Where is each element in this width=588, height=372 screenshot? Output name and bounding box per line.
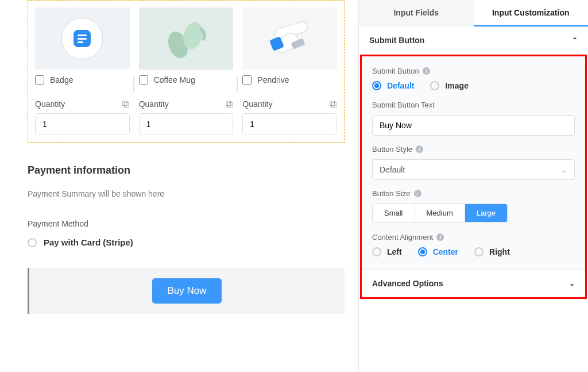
quantity-input[interactable] [242,113,337,135]
quantity-label: Quantity [242,99,272,109]
quantity-field: Quantity [35,99,130,135]
quantity-field: Quantity [242,99,337,135]
radio-icon [430,81,439,90]
info-icon[interactable]: i [416,145,423,153]
svg-rect-13 [226,101,231,106]
svg-rect-4 [78,41,83,43]
products-container: Badge Coffee Mug [28,0,345,143]
product-image-pendrive [242,7,337,70]
svg-rect-12 [124,102,129,107]
svg-rect-16 [331,102,336,107]
divider [133,76,134,93]
payment-info-title: Payment information [28,164,345,177]
info-icon[interactable]: i [414,190,421,197]
divider [237,76,238,93]
align-right[interactable]: Right [474,247,510,256]
radio-icon [372,81,381,90]
submit-button-settings: Submit Button i Default Image Submit But… [362,56,585,269]
align-center[interactable]: Center [418,247,458,256]
product-name: Pendrive [257,75,289,85]
setting-label-alignment: Content Alignment i [372,233,575,241]
tab-input-customization[interactable]: Input Customization [474,0,589,26]
product-checkbox[interactable] [242,75,252,85]
info-icon[interactable]: i [423,67,430,75]
submit-button-type-group: Default Image [372,81,575,90]
setting-label-button-style: Button Style i [372,145,575,154]
product-checkbox[interactable] [35,75,44,85]
product-card: Badge [35,7,130,85]
product-checkbox-row[interactable]: Coffee Mug [139,75,234,85]
settings-sidebar: Input Fields Input Customization Submit … [358,0,588,372]
payment-method-label: Payment Method [28,219,345,228]
product-image-badge [35,7,130,70]
tab-input-fields[interactable]: Input Fields [359,0,474,26]
setting-label-button-size: Button Size i [372,189,575,198]
product-card: Coffee Mug [139,7,234,85]
alignment-group: Left Center Right [372,247,575,256]
svg-rect-14 [228,102,233,107]
buy-now-button[interactable]: Buy Now [152,278,221,304]
svg-rect-11 [122,101,127,106]
submit-button-text-input[interactable] [372,115,575,136]
svg-rect-3 [78,38,87,40]
size-small[interactable]: Small [373,204,415,222]
svg-rect-15 [330,101,335,106]
chevron-down-icon: ⌄ [569,279,575,287]
accordion-title: Advanced Options [372,279,443,288]
svg-rect-2 [78,34,87,36]
option-default[interactable]: Default [372,81,414,90]
highlight-annotation: Submit Button i Default Image Submit But… [360,55,587,299]
payment-summary-placeholder: Payment Summary will be shown here [28,189,345,198]
quantity-label: Quantity [139,99,169,109]
button-style-select[interactable]: Default ⌄ [372,159,575,180]
chevron-up-icon: ⌃ [572,36,578,44]
align-left[interactable]: Left [372,247,402,256]
quantity-input[interactable] [35,113,130,135]
field-settings-icon[interactable] [225,100,233,108]
field-settings-icon[interactable] [122,100,130,108]
setting-label-submit-button: Submit Button i [372,67,575,75]
payment-method-text: Pay with Card (Stripe) [44,237,133,247]
form-preview-panel: Badge Coffee Mug [0,0,358,372]
size-large[interactable]: Large [465,204,507,222]
pendrive-icon [258,13,322,64]
submit-button-container: Buy Now [28,268,345,314]
radio-icon [418,247,427,256]
product-card: Pendrive [242,7,337,85]
quantity-label: Quantity [35,99,65,109]
mug-icon [157,13,215,64]
radio-icon [372,247,381,256]
field-settings-icon[interactable] [329,100,337,108]
button-size-segment: Small Medium Large [372,204,508,223]
accordion-submit-button[interactable]: Submit Button ⌃ [359,26,588,55]
radio-icon [28,238,37,247]
accordion-title: Submit Button [369,36,424,45]
size-medium[interactable]: Medium [415,204,465,222]
option-image[interactable]: Image [430,81,468,90]
product-checkbox-row[interactable]: Pendrive [242,75,337,85]
badge-icon [60,16,105,61]
sidebar-tabs: Input Fields Input Customization [359,0,588,26]
product-checkbox[interactable] [139,75,148,85]
info-icon[interactable]: i [436,233,444,241]
accordion-advanced-options[interactable]: Advanced Options ⌄ [362,269,585,297]
quantity-field: Quantity [139,99,234,135]
product-image-mug [139,7,234,70]
payment-method-option[interactable]: Pay with Card (Stripe) [28,237,345,247]
product-checkbox-row[interactable]: Badge [35,75,130,85]
chevron-down-icon: ⌄ [560,165,567,174]
quantity-input[interactable] [139,113,234,135]
product-name: Coffee Mug [154,75,195,85]
product-name: Badge [50,75,73,85]
setting-label-button-text: Submit Button Text [372,101,575,109]
radio-icon [474,247,483,256]
